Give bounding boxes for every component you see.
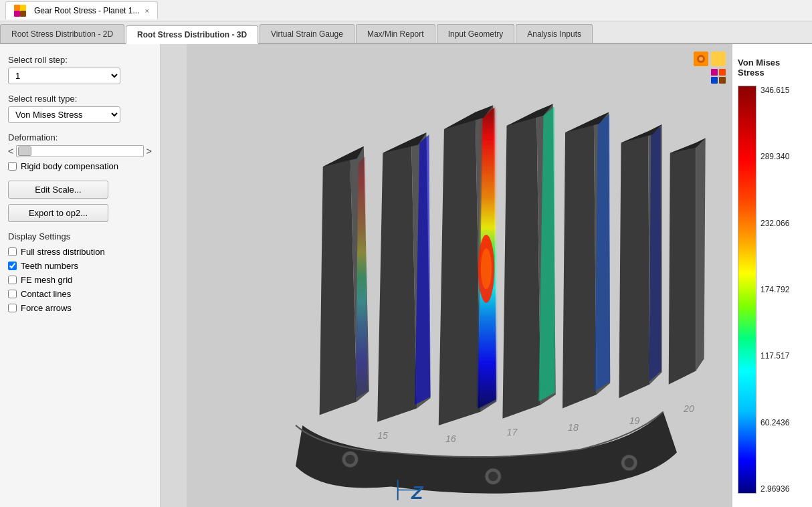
tab-gauge[interactable]: Virtual Strain Gauge <box>260 24 354 43</box>
svg-text:20: 20 <box>683 403 694 414</box>
roll-step-group: Select roll step: 1 2 3 <box>8 55 152 84</box>
title-bar: Gear Root Stress - Planet 1... × <box>0 0 812 21</box>
svg-point-24 <box>488 472 498 481</box>
svg-text:Z: Z <box>411 482 424 503</box>
rigid-body-row: Rigid body compensation <box>8 161 152 171</box>
color-label-1: 289.340 <box>760 152 789 161</box>
edit-scale-button[interactable]: Edit Scale... <box>8 181 108 199</box>
color-label-6: 2.96936 <box>760 484 789 494</box>
svg-rect-2 <box>14 11 20 17</box>
deformation-group: Deformation: < > Rigid body compensation <box>8 132 152 171</box>
deform-right-arrow[interactable]: > <box>146 146 152 157</box>
chk-teeth-numbers-row: Teeth numbers <box>8 261 152 271</box>
deformation-row: < > <box>8 145 152 157</box>
button-group: Edit Scale... Export to op2... <box>8 181 152 222</box>
deform-thumb[interactable] <box>18 146 31 156</box>
roll-step-label: Select roll step: <box>8 55 152 65</box>
left-panel: Select roll step: 1 2 3 Select result ty… <box>0 44 161 507</box>
chk-full-stress-row: Full stress distribution <box>8 247 152 257</box>
gear-visualization[interactable]: 15 16 17 18 19 20 Z <box>161 44 812 507</box>
tab-geometry[interactable]: Input Geometry <box>437 24 515 43</box>
fe-mesh-checkbox[interactable] <box>8 276 17 284</box>
fe-mesh-label: FE mesh grid <box>21 275 72 285</box>
logo-svg <box>693 51 726 84</box>
result-type-select[interactable]: Von Mises Stress Max Principal Stress Mi… <box>8 106 120 123</box>
svg-point-26 <box>625 458 634 468</box>
export-button[interactable]: Export to op2... <box>8 204 108 222</box>
close-button[interactable]: × <box>144 7 148 15</box>
color-bar-title: Von Mises Stress <box>738 58 807 78</box>
result-type-label: Select result type: <box>8 94 152 104</box>
content-area[interactable]: 15 16 17 18 19 20 Z Vo <box>161 44 812 507</box>
color-label-0: 346.615 <box>760 86 789 95</box>
svg-rect-8 <box>711 77 718 84</box>
svg-point-11 <box>699 57 703 61</box>
force-arrows-label: Force arrows <box>21 303 72 313</box>
svg-text:17: 17 <box>507 427 518 437</box>
svg-text:18: 18 <box>568 422 579 433</box>
gear-svg: 15 16 17 18 19 20 Z <box>161 44 812 507</box>
color-label-4: 117.517 <box>760 351 789 361</box>
chk-force-arrows-row: Force arrows <box>8 303 152 313</box>
rigid-body-checkbox[interactable] <box>8 162 17 171</box>
tab-2d[interactable]: Root Stress Distribution - 2D <box>0 24 124 43</box>
svg-text:15: 15 <box>377 430 388 441</box>
contact-lines-label: Contact lines <box>21 289 71 299</box>
svg-rect-6 <box>711 69 718 76</box>
display-settings-group: Display Settings Full stress distributio… <box>8 231 152 313</box>
color-bar-gradient <box>738 86 756 494</box>
full-stress-label: Full stress distribution <box>21 247 105 257</box>
tab-bar: Root Stress Distribution - 2D Root Stres… <box>0 21 812 44</box>
roll-step-select[interactable]: 1 2 3 <box>8 68 120 84</box>
teeth-numbers-checkbox[interactable] <box>8 262 17 270</box>
deform-left-arrow[interactable]: < <box>8 146 13 157</box>
result-type-group: Select result type: Von Mises Stress Max… <box>8 94 152 123</box>
svg-rect-9 <box>719 77 726 84</box>
svg-rect-7 <box>719 69 726 76</box>
title-tab[interactable]: Gear Root Stress - Planet 1... × <box>5 1 158 19</box>
svg-text:16: 16 <box>445 433 456 444</box>
svg-point-22 <box>345 455 354 464</box>
svg-rect-5 <box>711 52 726 66</box>
color-label-3: 174.792 <box>760 285 789 294</box>
svg-rect-3 <box>20 11 26 17</box>
app-logo <box>693 51 726 84</box>
deformation-label: Deformation: <box>8 132 152 142</box>
color-bar-container: Von Mises Stress 346.615 289.340 232.066… <box>732 44 812 507</box>
svg-text:19: 19 <box>629 415 640 426</box>
tab-report[interactable]: Max/Min Report <box>356 24 435 43</box>
color-bar-wrapper: 346.615 289.340 232.066 174.792 117.517 … <box>738 86 807 494</box>
teeth-numbers-label: Teeth numbers <box>21 261 78 271</box>
title-text: Gear Root Stress - Planet 1... <box>34 6 139 15</box>
app-icon <box>14 5 26 17</box>
deform-slider[interactable] <box>16 145 144 157</box>
color-label-5: 60.2436 <box>760 418 789 427</box>
svg-point-14 <box>481 248 492 289</box>
svg-rect-1 <box>20 5 26 11</box>
chk-contact-lines-row: Contact lines <box>8 289 152 299</box>
chk-fe-mesh-row: FE mesh grid <box>8 275 152 285</box>
tab-analysis[interactable]: Analysis Inputs <box>516 24 593 43</box>
display-settings-title: Display Settings <box>8 231 152 241</box>
force-arrows-checkbox[interactable] <box>8 304 17 312</box>
color-bar-labels: 346.615 289.340 232.066 174.792 117.517 … <box>760 86 789 494</box>
tab-3d[interactable]: Root Stress Distribution - 3D <box>126 25 258 44</box>
full-stress-checkbox[interactable] <box>8 247 17 256</box>
color-label-2: 232.066 <box>760 219 789 228</box>
rigid-body-label: Rigid body compensation <box>21 161 118 171</box>
main-layout: Select roll step: 1 2 3 Select result ty… <box>0 44 812 507</box>
svg-rect-0 <box>14 5 20 11</box>
contact-lines-checkbox[interactable] <box>8 290 17 298</box>
